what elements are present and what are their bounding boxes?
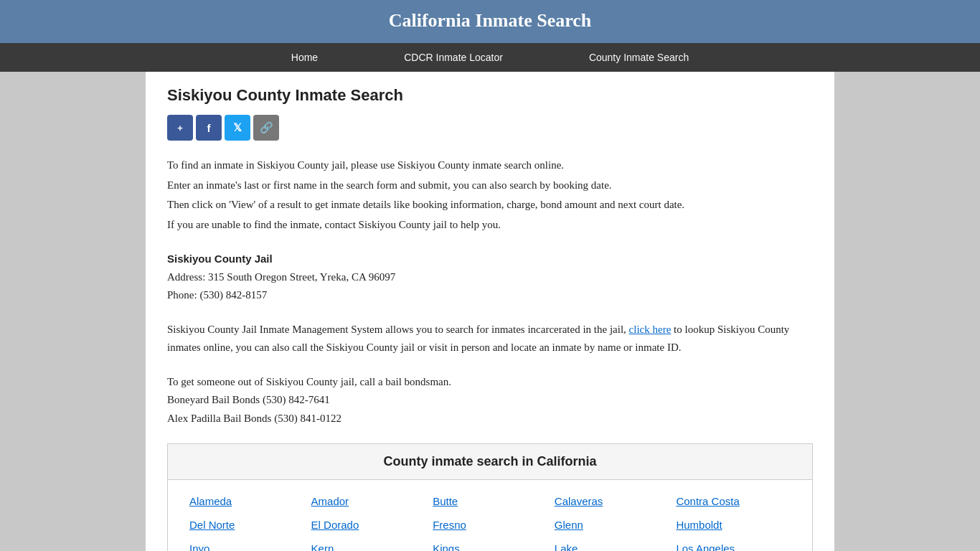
share-buttons-container: + f 𝕏 🔗 <box>167 115 813 141</box>
bondsman-2: Alex Padilla Bail Bonds (530) 841-0122 <box>167 410 813 428</box>
county-los-angeles[interactable]: Los Angeles <box>676 539 791 551</box>
county-search-header: County inmate search in California <box>168 444 812 480</box>
bondsman-1: Boneyard Bail Bonds (530) 842-7641 <box>167 391 813 410</box>
click-here-link[interactable]: click here <box>629 324 672 335</box>
site-header: California Inmate Search <box>0 0 980 43</box>
nav-county[interactable]: County Inmate Search <box>546 43 732 72</box>
county-kern[interactable]: Kern <box>311 539 426 551</box>
county-alameda[interactable]: Alameda <box>189 491 304 511</box>
intro-line-4: If you are unable to find the inmate, co… <box>167 216 813 235</box>
extra-info-text: Siskiyou County Jail Inmate Management S… <box>167 321 813 357</box>
county-kings[interactable]: Kings <box>433 539 547 551</box>
jail-phone: Phone: (530) 842-8157 <box>167 286 813 305</box>
jail-info-block: Siskiyou County Jail Address: 315 South … <box>167 250 813 305</box>
bail-info-block: To get someone out of Siskiyou County ja… <box>167 373 813 428</box>
county-amador[interactable]: Amador <box>311 491 426 511</box>
nav-cdcr[interactable]: CDCR Inmate Locator <box>361 43 546 72</box>
county-del-norte[interactable]: Del Norte <box>189 515 304 534</box>
county-butte[interactable]: Butte <box>433 491 547 511</box>
main-content: Siskiyou County Inmate Search + f 𝕏 🔗 To… <box>146 72 834 551</box>
jail-name: Siskiyou County Jail <box>167 250 813 268</box>
facebook-share-button[interactable]: f <box>196 115 222 141</box>
county-glenn[interactable]: Glenn <box>555 515 669 534</box>
share-button[interactable]: + <box>167 115 193 141</box>
county-lake[interactable]: Lake <box>555 539 669 551</box>
twitter-share-button[interactable]: 𝕏 <box>225 115 250 141</box>
intro-text-block: To find an inmate in Siskiyou County jai… <box>167 156 813 234</box>
site-title: California Inmate Search <box>14 10 966 32</box>
nav-home[interactable]: Home <box>248 43 361 72</box>
county-contra-costa[interactable]: Contra Costa <box>676 491 791 511</box>
intro-line-3: Then click on 'View' of a result to get … <box>167 196 813 215</box>
county-section-title: County inmate search in California <box>182 454 798 469</box>
intro-line-2: Enter an inmate's last or first name in … <box>167 176 813 195</box>
bail-intro: To get someone out of Siskiyou County ja… <box>167 373 813 392</box>
county-grid: Alameda Amador Butte Calaveras Contra Co… <box>168 480 812 551</box>
intro-line-1: To find an inmate in Siskiyou County jai… <box>167 156 813 175</box>
county-inyo[interactable]: Inyo <box>189 539 304 551</box>
county-calaveras[interactable]: Calaveras <box>555 491 669 511</box>
county-fresno[interactable]: Fresno <box>433 515 547 534</box>
page-title: Siskiyou County Inmate Search <box>167 86 813 105</box>
county-search-section: County inmate search in California Alame… <box>167 443 813 551</box>
county-el-dorado[interactable]: El Dorado <box>311 515 426 534</box>
main-nav: Home CDCR Inmate Locator County Inmate S… <box>0 43 980 72</box>
extra-before-link: Siskiyou County Jail Inmate Management S… <box>167 324 629 335</box>
jail-address: Address: 315 South Oregon Street, Yreka,… <box>167 268 813 287</box>
copy-link-button[interactable]: 🔗 <box>253 115 279 141</box>
county-humboldt[interactable]: Humboldt <box>676 515 791 534</box>
extra-info-block: Siskiyou County Jail Inmate Management S… <box>167 321 813 357</box>
